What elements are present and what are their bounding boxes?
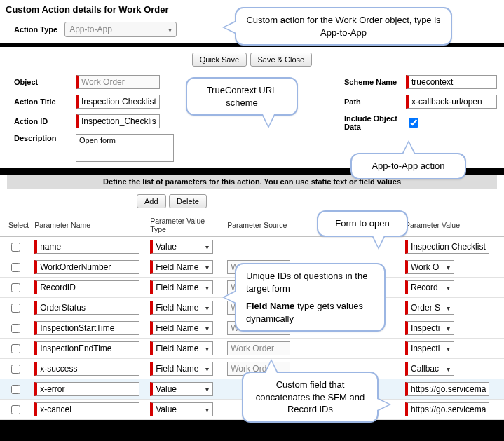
parameter-type-dropdown[interactable]: Value xyxy=(150,240,213,254)
parameter-name-input[interactable] xyxy=(34,280,139,294)
scheme-name-input[interactable] xyxy=(406,75,497,89)
parameter-name-input[interactable] xyxy=(34,402,139,416)
row-select-checkbox[interactable] xyxy=(11,385,20,394)
callout-field-name: Unique IDs of questions in the target fo… xyxy=(235,263,386,332)
callout-url-scheme: TrueContext URL scheme xyxy=(186,77,298,116)
parameter-value-input[interactable] xyxy=(405,382,489,396)
parameter-value-dropdown[interactable]: Order S xyxy=(405,301,454,315)
col-select: Select xyxy=(0,214,32,237)
description-label: Description xyxy=(14,134,70,142)
row-select-checkbox[interactable] xyxy=(11,304,20,313)
object-input xyxy=(76,75,160,89)
parameter-type-dropdown[interactable]: Field Name xyxy=(150,280,213,294)
parameter-type-dropdown[interactable]: Field Name xyxy=(150,362,213,376)
parameter-source-input xyxy=(227,341,290,355)
include-object-data-label: Include Object Data xyxy=(344,114,400,131)
callout-form-to-open: Form to open xyxy=(317,210,408,237)
parameter-name-input[interactable] xyxy=(34,382,139,396)
parameter-value-input[interactable] xyxy=(405,402,489,416)
action-id-label: Action ID xyxy=(14,117,70,125)
parameter-value-input[interactable] xyxy=(405,240,489,254)
table-row: Value xyxy=(0,237,504,257)
footer-bar xyxy=(0,420,504,441)
include-object-data-checkbox[interactable] xyxy=(409,118,418,128)
save-close-button[interactable]: Save & Close xyxy=(250,53,313,67)
action-title-label: Action Title xyxy=(14,97,70,106)
callout-custom-field: Custom field that concatenates the SFM a… xyxy=(242,372,379,423)
parameter-name-input[interactable] xyxy=(34,362,139,376)
row-select-checkbox[interactable] xyxy=(11,324,20,333)
col-parameter-name: Parameter Name xyxy=(32,214,147,237)
callout-app-to-app: App-to-App action xyxy=(350,153,466,179)
parameter-name-input[interactable] xyxy=(34,301,139,315)
parameter-value-dropdown[interactable]: Work O xyxy=(405,260,454,274)
parameter-type-dropdown[interactable]: Field Name xyxy=(150,260,213,274)
table-row: Field NameInspecti xyxy=(0,339,504,359)
parameter-value-dropdown[interactable]: Inspecti xyxy=(405,321,454,335)
parameter-name-input[interactable] xyxy=(34,260,139,274)
parameter-name-input[interactable] xyxy=(34,321,139,335)
parameter-type-dropdown[interactable]: Value xyxy=(150,402,213,416)
action-type-value: App-to-App xyxy=(69,25,112,34)
scheme-name-label: Scheme Name xyxy=(344,78,400,86)
parameter-value-dropdown[interactable]: Record xyxy=(405,280,454,294)
row-select-checkbox[interactable] xyxy=(11,283,20,292)
parameter-value-dropdown[interactable]: Inspecti xyxy=(405,341,454,355)
action-type-dropdown: App-to-App xyxy=(64,22,177,37)
parameter-type-dropdown[interactable]: Value xyxy=(150,382,213,396)
parameter-type-dropdown[interactable]: Field Name xyxy=(150,321,213,335)
quick-save-button[interactable]: Quick Save xyxy=(192,53,247,67)
parameter-value-dropdown[interactable]: Callbac xyxy=(405,362,454,376)
row-select-checkbox[interactable] xyxy=(11,263,20,272)
row-select-checkbox[interactable] xyxy=(11,405,20,414)
row-select-checkbox[interactable] xyxy=(11,243,20,252)
add-button[interactable]: Add xyxy=(137,194,166,208)
description-input[interactable]: Open form xyxy=(76,134,174,162)
col-parameter-value: Parameter Value xyxy=(402,214,504,237)
parameter-name-input[interactable] xyxy=(34,341,139,355)
delete-button[interactable]: Delete xyxy=(169,194,207,208)
action-type-label: Action Type xyxy=(14,25,57,34)
path-label: Path xyxy=(344,97,400,106)
path-input[interactable] xyxy=(406,95,497,109)
parameter-type-dropdown[interactable]: Field Name xyxy=(150,301,213,315)
action-id-input[interactable] xyxy=(76,114,160,128)
row-select-checkbox[interactable] xyxy=(11,365,20,374)
action-title-input[interactable] xyxy=(76,95,160,109)
col-parameter-value-type: Parameter Value Type xyxy=(147,214,224,237)
parameter-type-dropdown[interactable]: Field Name xyxy=(150,341,213,355)
object-label: Object xyxy=(14,78,70,86)
callout-custom-action: Custom action for the Work Order object,… xyxy=(235,7,452,46)
parameter-name-input[interactable] xyxy=(34,240,139,254)
row-select-checkbox[interactable] xyxy=(11,344,20,353)
